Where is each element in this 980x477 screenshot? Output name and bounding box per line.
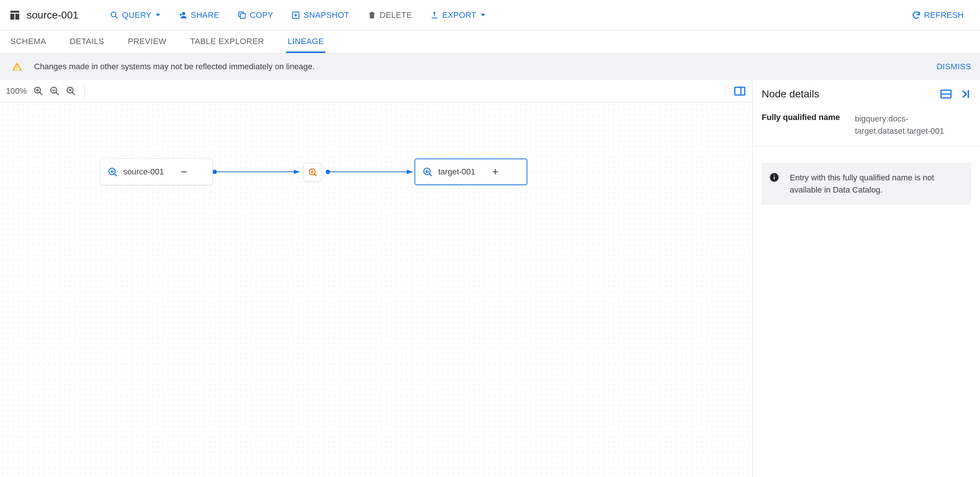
svg-point-0 [111, 12, 116, 17]
details-header: Node details [753, 80, 980, 107]
graph-toolbar: 100% [0, 80, 752, 102]
node-details-panel: Node details Fully qualified name bigque… [753, 80, 980, 477]
lineage-graph-panel: 100% [0, 80, 753, 477]
delete-label: DELETE [380, 10, 412, 20]
svg-line-23 [115, 174, 116, 176]
zoom-out-button[interactable] [49, 85, 61, 97]
dismiss-button[interactable]: DISMISS [937, 62, 971, 72]
tab-lineage[interactable]: LINEAGE [286, 31, 325, 53]
warning-banner: Changes made in other systems may not be… [0, 53, 980, 80]
tabs: SCHEMA DETAILS PREVIEW TABLE EXPLORER LI… [0, 30, 980, 53]
zoom-out-icon [49, 85, 61, 97]
snapshot-icon [291, 10, 301, 20]
svg-point-2 [182, 12, 185, 15]
node-label: target-001 [438, 167, 475, 177]
refresh-label: REFRESH [924, 10, 964, 20]
bigquery-icon [422, 166, 433, 177]
zoom-reset-button[interactable] [65, 85, 77, 97]
details-heading: Node details [762, 88, 819, 100]
zoom-reset-icon [65, 85, 77, 97]
minus-icon: − [181, 166, 187, 177]
zoom-in-button[interactable] [33, 85, 45, 97]
refresh-button[interactable]: REFRESH [904, 7, 971, 23]
query-button[interactable]: QUERY [102, 7, 168, 23]
share-label: SHARE [191, 10, 219, 20]
refresh-icon [912, 10, 921, 20]
info-note: Entry with this fully qualified name is … [762, 163, 971, 205]
svg-line-27 [429, 174, 431, 176]
export-button[interactable]: EXPORT [422, 7, 493, 23]
copy-icon [237, 10, 247, 20]
node-label: source-001 [123, 167, 164, 177]
svg-rect-3 [240, 13, 245, 18]
warning-icon [12, 61, 22, 72]
toggle-details-button[interactable] [733, 85, 746, 97]
svg-line-12 [56, 92, 59, 95]
svg-line-25 [315, 174, 317, 176]
tab-details[interactable]: DETAILS [68, 31, 106, 53]
fqn-row: Fully qualified name bigquery:docs-targe… [753, 107, 980, 146]
fqn-label: Fully qualified name [762, 113, 843, 137]
layout-toggle-button[interactable] [939, 88, 953, 101]
toolbar: source-001 QUERY SHARE COPY SNAPSHOT DEL… [0, 0, 980, 30]
trash-icon [367, 10, 377, 20]
note-text: Entry with this fully qualified name is … [790, 171, 962, 196]
copy-button[interactable]: COPY [230, 7, 281, 23]
snapshot-label: SNAPSHOT [304, 10, 349, 20]
expand-button[interactable]: + [490, 167, 500, 177]
zoom-in-icon [33, 85, 45, 97]
snapshot-button[interactable]: SNAPSHOT [283, 7, 356, 23]
chevron-down-icon [156, 14, 160, 16]
close-panel-button[interactable] [958, 88, 971, 101]
search-icon [110, 10, 119, 20]
zoom-level: 100% [6, 86, 27, 96]
process-icon [307, 167, 318, 177]
rows-icon [939, 88, 953, 101]
lineage-canvas[interactable]: source-001 − target-001 + [0, 102, 752, 477]
lineage-node-source[interactable]: source-001 − [100, 158, 213, 185]
plus-icon: + [492, 166, 499, 177]
tab-preview[interactable]: PREVIEW [126, 31, 168, 53]
copy-label: COPY [250, 10, 274, 20]
svg-line-8 [40, 92, 43, 95]
tab-schema[interactable]: SCHEMA [9, 31, 48, 53]
tab-table-explorer[interactable]: TABLE EXPLORER [189, 31, 266, 53]
svg-point-20 [326, 170, 330, 174]
query-label: QUERY [122, 10, 151, 20]
svg-rect-32 [774, 177, 775, 180]
fqn-value: bigquery:docs-target.dataset.target-001 [855, 113, 971, 137]
export-icon [430, 10, 439, 20]
bigquery-icon [107, 166, 118, 177]
divider [84, 85, 85, 98]
collapse-right-icon [958, 88, 971, 101]
info-icon [769, 172, 780, 183]
side-panel-icon [733, 85, 746, 98]
svg-rect-33 [774, 175, 775, 175]
share-button[interactable]: SHARE [170, 7, 226, 23]
lineage-node-target[interactable]: target-001 + [415, 158, 527, 185]
svg-point-18 [212, 170, 217, 174]
export-label: EXPORT [442, 10, 476, 20]
svg-line-1 [116, 16, 118, 18]
person-add-icon [178, 10, 188, 20]
banner-message: Changes made in other systems may not be… [34, 62, 315, 72]
svg-line-15 [73, 92, 75, 95]
delete-button[interactable]: DELETE [360, 7, 419, 23]
lineage-process-node[interactable] [304, 163, 322, 182]
collapse-button[interactable]: − [179, 167, 189, 177]
divider [725, 85, 726, 98]
page-title: source-001 [27, 9, 78, 21]
chevron-down-icon [481, 14, 485, 16]
table-icon [9, 9, 21, 21]
svg-rect-16 [735, 87, 745, 95]
